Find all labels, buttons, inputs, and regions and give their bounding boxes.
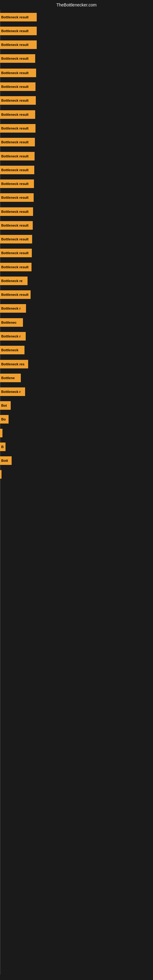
- site-title-text: TheBottlenecker.com: [56, 2, 97, 7]
- bar-label: Bottleneck result: [1, 99, 29, 102]
- bar-label: Bottleneck result: [1, 237, 29, 241]
- bar-label: Bottleneck result: [1, 29, 29, 33]
- bar-item: Bo: [0, 415, 9, 423]
- bar-label: Bo: [1, 417, 6, 421]
- bar-label: B: [1, 445, 4, 449]
- bar-label: Bottleneck result: [1, 168, 29, 172]
- bar-label: Bottleneck res: [1, 362, 24, 366]
- bar-label: Bottleneck result: [1, 224, 29, 227]
- bar-item: Bottleneck result: [0, 96, 36, 105]
- bar-item: Bottleneck result: [0, 40, 37, 49]
- bar-label: Bottleneck result: [1, 57, 29, 60]
- bar-item: Bottleneck: [0, 346, 24, 354]
- bar-item: Bottleneck result: [0, 193, 33, 202]
- bar-item: Bottleneck result: [0, 180, 34, 188]
- site-title: TheBottlenecker.com: [0, 0, 153, 10]
- bar-item: [0, 470, 2, 479]
- bar-label: Bottleneck r: [1, 307, 21, 310]
- bar-item: Bottlene: [0, 374, 21, 382]
- bar-item: Bottleneck result: [0, 83, 35, 91]
- bar-label: Bottleneck result: [1, 251, 29, 255]
- bar-label: Bottlenec: [1, 321, 16, 324]
- bar-label: Bottleneck: [1, 348, 18, 352]
- bar-label: Bottleneck result: [1, 113, 29, 116]
- bar-item: Bottleneck re: [0, 277, 27, 285]
- bar-item: Bottleneck result: [0, 235, 32, 243]
- bar-label: Bot: [1, 404, 7, 407]
- bar-label: Bottleneck result: [1, 293, 29, 296]
- bar-label: Bottleneck result: [1, 15, 29, 19]
- bar-item: B: [0, 442, 5, 451]
- bar-label: Bottleneck result: [1, 154, 29, 158]
- bar-label: Bottlene: [1, 376, 15, 380]
- bar-item: Bottleneck res: [0, 360, 28, 368]
- bar-item: Bottleneck result: [0, 54, 35, 63]
- bar-label: Bottleneck result: [1, 71, 29, 75]
- bar-item: Bottleneck result: [0, 221, 33, 230]
- bar-label: Bottleneck result: [1, 265, 29, 269]
- bar-item: [0, 429, 2, 438]
- bar-item: Bottleneck result: [0, 249, 32, 257]
- bar-label: Bottleneck r: [1, 334, 21, 338]
- bar-item: Bottleneck result: [0, 152, 35, 161]
- bar-label: Bottleneck result: [1, 43, 29, 46]
- bar-label: Bott: [1, 459, 8, 463]
- bar-item: Bottleneck result: [0, 27, 37, 35]
- bar-item: Bottleneck result: [0, 166, 34, 174]
- bar-label: Bottleneck result: [1, 210, 29, 213]
- bar-item: Bottleneck result: [0, 263, 32, 271]
- bar-label: Bottleneck r: [1, 390, 21, 393]
- bar-label: Bottleneck result: [1, 182, 29, 186]
- bar-item: Bott: [0, 456, 12, 465]
- bar-item: Bottleneck result: [0, 68, 36, 77]
- chart-area: Bottleneck resultBottleneck resultBottle…: [0, 10, 153, 975]
- bar-label: Bottleneck result: [1, 196, 29, 199]
- bar-label: Bottleneck result: [1, 85, 29, 89]
- bar-item: Bottlenec: [0, 318, 23, 327]
- bar-label: Bottleneck re: [1, 279, 22, 283]
- bar-label: Bottleneck result: [1, 140, 29, 144]
- bar-item: Bottleneck r: [0, 387, 25, 396]
- bar-item: Bottleneck result: [0, 13, 37, 21]
- bar-item: Bottleneck result: [0, 207, 33, 216]
- bar-item: Bottleneck r: [0, 304, 26, 313]
- bar-item: Bottleneck r: [0, 332, 26, 340]
- bar-item: Bottleneck result: [0, 124, 35, 133]
- bar-item: Bot: [0, 401, 11, 410]
- bar-label: Bottleneck result: [1, 126, 29, 130]
- bar-item: Bottleneck result: [0, 138, 35, 146]
- bar-item: Bottleneck result: [0, 110, 35, 119]
- bar-item: Bottleneck result: [0, 290, 30, 299]
